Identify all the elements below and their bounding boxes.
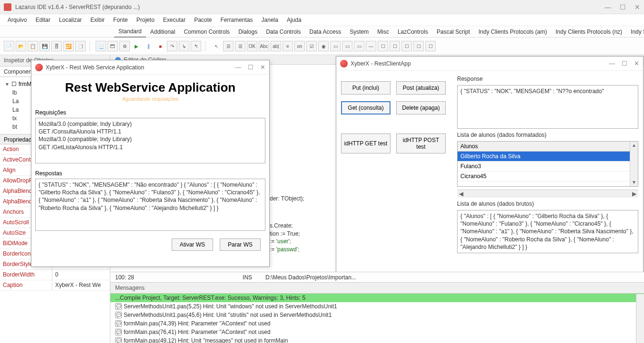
run-icon[interactable]: ▶: [131, 41, 142, 51]
idhttp-get-button[interactable]: idHTTP GET test: [341, 133, 390, 153]
close-button[interactable]: ✕: [634, 3, 640, 11]
component-tab[interactable]: Data Controls: [262, 27, 305, 37]
palette-tlistbox[interactable]: ▭: [330, 41, 341, 51]
component-tab[interactable]: System: [345, 27, 373, 37]
new-form-icon[interactable]: 📋: [28, 41, 38, 51]
palette-tactionlist[interactable]: ☐: [425, 41, 436, 51]
server-titlebar[interactable]: XyberX - Rest Web Service Application — …: [31, 60, 269, 75]
mode-icon[interactable]: ⚙: [119, 41, 130, 51]
collapse-icon[interactable]: ▾: [5, 81, 10, 87]
step-over-icon[interactable]: ↷: [167, 41, 177, 51]
palette-tframe[interactable]: ☐: [413, 41, 424, 51]
alunos-grid[interactable]: Alunos Gilberto Rocha da Silva Fulano3 C…: [457, 141, 638, 187]
units-icon[interactable]: 📑: [75, 41, 86, 51]
component-tab[interactable]: Data Access: [305, 27, 346, 37]
stop-icon[interactable]: ■: [155, 41, 166, 51]
palette-tcheckbox[interactable]: ☑: [306, 41, 317, 51]
start-ws-button[interactable]: Ativar WS: [172, 238, 213, 251]
component-tab[interactable]: Common Controls: [179, 27, 234, 37]
component-tab[interactable]: LazControls: [393, 27, 432, 37]
server-close-button[interactable]: ✕: [260, 64, 265, 71]
scroll-down-icon[interactable]: ▼: [630, 179, 638, 186]
menu-editar[interactable]: Editar: [34, 16, 52, 24]
palette-tpanel[interactable]: ☐: [401, 41, 412, 51]
palette-tbutton[interactable]: OK: [247, 41, 257, 51]
menu-localizar[interactable]: Localizar: [57, 16, 84, 24]
component-tab[interactable]: Additional: [146, 27, 180, 37]
client-close-button[interactable]: ✕: [634, 60, 639, 67]
grid-row[interactable]: Cicrano45: [458, 172, 630, 181]
palette-tmainmenu[interactable]: ☰: [223, 41, 234, 51]
menu-projeto[interactable]: Projeto: [135, 16, 156, 24]
hint-message[interactable]: 💬formMain.pas(74,39) Hint: Parameter "AC…: [110, 319, 644, 328]
component-tab[interactable]: Misc: [373, 27, 393, 37]
hint-message[interactable]: 💬formMain.pas(49,12) Hint: Unit "message…: [110, 336, 644, 343]
grid-hscrollbar[interactable]: ◀▶: [457, 190, 638, 198]
palette-tedit[interactable]: ab|: [271, 41, 281, 51]
scroll-up-icon[interactable]: ▲: [630, 142, 638, 149]
pause-icon[interactable]: ‖: [143, 41, 154, 51]
component-tab[interactable]: Pascal Script: [432, 27, 474, 37]
raw-memo[interactable]: { "Alunos" : [ { "NomeAluno" : "Gilberto…: [457, 210, 638, 253]
palette-tmemo[interactable]: ≡: [283, 41, 293, 51]
response-memo[interactable]: { "STATUS" : "NOK", "MENSAGEM" : "N??o e…: [457, 85, 638, 129]
save-icon[interactable]: 💾: [39, 41, 50, 51]
put-button[interactable]: Put (inclui): [341, 81, 390, 95]
component-tab[interactable]: Indy Servers Pr...: [626, 27, 644, 37]
palette-tlabel[interactable]: Abc: [259, 41, 269, 51]
grid-row[interactable]: Fulano3: [458, 162, 630, 172]
grid-row[interactable]: Gilberto Rocha da Silva: [458, 152, 630, 162]
hint-message[interactable]: 💬ServerMethodsUnit1.pas(45,6) Hint: Unit…: [110, 311, 644, 319]
responses-memo[interactable]: { "STATUS" : "NOK", "MENSAGEM" : "Não en…: [35, 179, 265, 231]
menu-executar[interactable]: Executar: [161, 16, 187, 24]
palette-ttogglebox[interactable]: on: [294, 41, 305, 51]
post-button[interactable]: Post (atualiza): [396, 81, 446, 95]
view-forms-icon[interactable]: 🗔: [107, 41, 118, 51]
menu-ferramentas[interactable]: Ferramentas: [219, 16, 255, 24]
menu-ajuda[interactable]: Ajuda: [285, 16, 303, 24]
grid-header[interactable]: Alunos: [458, 142, 630, 152]
component-tab[interactable]: Indy Clients Protocols (nz): [551, 27, 626, 37]
menu-pacote[interactable]: Pacote: [192, 16, 214, 24]
hint-message[interactable]: 💬ServerMethodsUnit1.pas(5,25) Hint: Unit…: [110, 302, 644, 311]
get-button[interactable]: Get (consulta): [341, 101, 390, 114]
open-icon[interactable]: 📂: [16, 41, 26, 51]
palette-tradiogroup[interactable]: ☐: [378, 41, 388, 51]
component-tab[interactable]: Standard: [114, 26, 146, 38]
property-value[interactable]: XyberX - Rest We: [52, 280, 110, 290]
server-maximize-button[interactable]: ☐: [248, 64, 254, 71]
step-out-icon[interactable]: ↰: [191, 41, 201, 51]
palette-tradiobutton[interactable]: ◉: [318, 41, 329, 51]
view-units-icon[interactable]: 📃: [96, 41, 106, 51]
requests-memo[interactable]: Mozilla/3.0 (compatible; Indy Library)GE…: [35, 118, 265, 163]
menu-fonte[interactable]: Fonte: [111, 16, 130, 24]
palette-tcombobox[interactable]: ▭: [342, 41, 352, 51]
client-titlebar[interactable]: XyberX - RestClientApp — ☐ ✕: [336, 57, 643, 71]
stop-ws-button[interactable]: Parar WS: [220, 238, 261, 251]
component-tab[interactable]: Indy Clients Protocols (am): [474, 27, 551, 37]
new-unit-icon[interactable]: 📄: [4, 41, 14, 51]
palette-tpopupmenu[interactable]: ☰: [235, 41, 245, 51]
palette-tcheckgroup[interactable]: ☐: [390, 41, 400, 51]
menu-janela[interactable]: Janela: [260, 16, 280, 24]
idhttp-post-button[interactable]: idHTTP POST test: [396, 133, 446, 153]
client-minimize-button[interactable]: —: [609, 60, 615, 67]
messages-scrollbar[interactable]: [636, 294, 644, 343]
pointer-icon[interactable]: ↖: [211, 41, 222, 51]
hint-message[interactable]: 💬formMain.pas(76,41) Hint: Parameter "AC…: [110, 328, 644, 336]
client-maximize-button[interactable]: ☐: [622, 60, 627, 67]
property-value[interactable]: 0: [52, 270, 110, 280]
property-row[interactable]: BorderWidth0: [0, 270, 110, 280]
component-tab[interactable]: Dialogs: [234, 27, 262, 37]
maximize-button[interactable]: ☐: [620, 3, 626, 11]
palette-tgroupbox[interactable]: —: [366, 41, 376, 51]
toggle-form-icon[interactable]: 🔁: [63, 41, 74, 51]
property-row[interactable]: CaptionXyberX - Rest We: [0, 280, 110, 291]
step-into-icon[interactable]: ↳: [179, 41, 189, 51]
grid-vscrollbar[interactable]: ▲ ▼: [630, 142, 638, 186]
palette-tscrollbar[interactable]: ▭: [354, 41, 364, 51]
delete-button[interactable]: Delete (apaga): [396, 101, 446, 114]
compile-message[interactable]: ...Compile Project, Target: ServerREST.e…: [110, 294, 644, 302]
save-all-icon[interactable]: 🗄: [51, 41, 62, 51]
menu-arquivo[interactable]: Arquivo: [6, 16, 29, 24]
